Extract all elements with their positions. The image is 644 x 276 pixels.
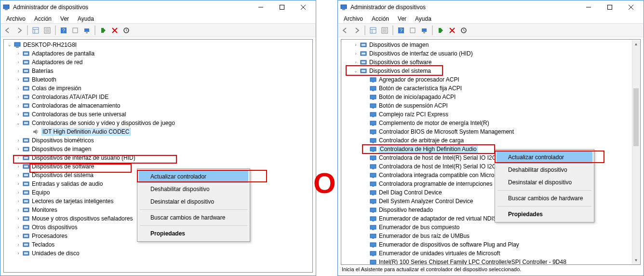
expand-icon[interactable]: ›: [14, 110, 22, 118]
tree-category[interactable]: ›Adaptadores de pantalla: [4, 49, 312, 58]
vertical-scrollbar[interactable]: ▲ ▼: [632, 40, 640, 264]
expand-icon[interactable]: ›: [352, 58, 360, 66]
properties-button[interactable]: [42, 25, 53, 36]
minimize-button[interactable]: [578, 0, 599, 14]
expand-icon[interactable]: ›: [14, 163, 22, 170]
tree-device[interactable]: Botón de suspensión ACPI: [341, 101, 640, 110]
context-menu-item[interactable]: Propiedades: [496, 208, 592, 221]
tree-device[interactable]: Controladora de High Definition Audio: [341, 145, 640, 153]
expand-icon[interactable]: ›: [14, 197, 22, 205]
forward-button[interactable]: [351, 25, 362, 36]
expand-icon[interactable]: ›: [14, 93, 22, 101]
context-menu-item[interactable]: Buscar cambios de hardware: [139, 211, 248, 224]
expand-icon[interactable]: ›: [14, 67, 22, 75]
close-button[interactable]: [293, 0, 314, 14]
forward-button[interactable]: [14, 25, 25, 36]
expand-icon[interactable]: ›: [14, 206, 22, 214]
menu-accion[interactable]: Acción: [368, 14, 393, 23]
show-hide-tree-button[interactable]: [30, 25, 41, 36]
menu-archivo[interactable]: Archivo: [2, 14, 29, 23]
expand-icon[interactable]: ›: [352, 41, 360, 49]
tree-device[interactable]: Controladora de host de Intel(R) Serial …: [341, 162, 640, 171]
expand-icon[interactable]: ›: [14, 84, 22, 92]
menu-accion[interactable]: Acción: [30, 14, 55, 23]
expand-icon[interactable]: ›: [14, 102, 22, 110]
tree-device[interactable]: Enumerador de adaptador de red virtual N…: [341, 214, 640, 223]
tree-device[interactable]: Agregador de procesador ACPI: [341, 75, 640, 84]
properties-button[interactable]: [379, 25, 390, 36]
update-button[interactable]: [121, 25, 132, 36]
context-menu-item[interactable]: Deshabilitar dispositivo: [496, 164, 592, 176]
expand-icon[interactable]: ›: [14, 171, 22, 179]
expand-icon[interactable]: ›: [14, 145, 22, 153]
context-menu-item[interactable]: Actualizar controlador: [496, 151, 592, 164]
update-button[interactable]: [458, 25, 469, 36]
tree-category[interactable]: ⌄Controladoras de sonido y vídeo y dispo…: [4, 119, 312, 127]
tree-category[interactable]: ›Adaptadores de red: [4, 58, 312, 67]
scroll-thumb[interactable]: [633, 88, 639, 146]
tree-device[interactable]: Dispositivo heredado: [341, 206, 640, 214]
tree-device[interactable]: IDT High Definition Audio CODEC: [4, 127, 312, 136]
tree-device[interactable]: Enumerador de bus raíz de UMBus: [341, 232, 640, 240]
context-menu-item[interactable]: Desinstalar el dispositivo: [496, 176, 592, 189]
expand-icon[interactable]: ›: [14, 249, 22, 257]
expand-icon[interactable]: ›: [14, 223, 22, 231]
tree-device[interactable]: Controladora programable de interrupcion…: [341, 179, 640, 188]
collapse-icon[interactable]: ⌄: [352, 67, 360, 75]
expand-icon[interactable]: ›: [14, 58, 22, 66]
expand-icon[interactable]: ›: [14, 137, 22, 144]
menu-ayuda[interactable]: Ayuda: [74, 14, 98, 23]
tree-category[interactable]: ›Unidades de disco: [4, 249, 312, 258]
scan-button[interactable]: [419, 25, 429, 36]
tree-category[interactable]: ›Dispositivos de software: [341, 58, 640, 67]
tree-device[interactable]: Complejo raíz PCI Express: [341, 110, 640, 119]
show-hide-tree-button[interactable]: [368, 25, 378, 36]
tree-category[interactable]: ›Colas de impresión: [4, 84, 312, 93]
context-menu-item[interactable]: Desinstalar el dispositivo: [139, 195, 248, 208]
tree-category[interactable]: ›Controladoras de almacenamiento: [4, 101, 312, 110]
disable-button[interactable]: [447, 25, 457, 36]
tree-device[interactable]: Complemento de motor de energía Intel(R): [341, 119, 640, 127]
enable-button[interactable]: [98, 25, 108, 36]
back-button[interactable]: [2, 25, 13, 36]
tree-device[interactable]: Controlador de arbitraje de carga: [341, 136, 640, 145]
menu-ver[interactable]: Ver: [394, 14, 410, 23]
scroll-up-button[interactable]: ▲: [632, 40, 640, 48]
titlebar[interactable]: Administrador de dispositivos: [338, 0, 644, 14]
tree-category[interactable]: ›Dispositivos de imagen: [4, 145, 312, 153]
tree-category[interactable]: ›Controladoras ATA/ATAPI IDE: [4, 93, 312, 101]
menu-ayuda[interactable]: Ayuda: [411, 14, 435, 23]
titlebar[interactable]: Administrador de dispositivos: [0, 0, 316, 14]
tree-device[interactable]: Enumerador de unidades virtuales de Micr…: [341, 249, 640, 258]
expand-icon[interactable]: ›: [14, 189, 22, 196]
export-button[interactable]: [70, 25, 80, 36]
menu-archivo[interactable]: Archivo: [340, 14, 367, 23]
expand-icon[interactable]: ›: [352, 50, 360, 57]
tree-device[interactable]: Dell Diag Control Device: [341, 188, 640, 197]
help-button[interactable]: ?: [396, 25, 406, 36]
expand-icon[interactable]: ›: [14, 76, 22, 83]
tree-category[interactable]: ⌄Dispositivos del sistema: [341, 67, 640, 75]
collapse-icon[interactable]: ⌄: [6, 41, 13, 49]
tree-category[interactable]: ›Dispositivos de interfaz de usuario (HI…: [341, 49, 640, 58]
expand-icon[interactable]: ›: [14, 241, 22, 248]
tree-device[interactable]: Controladora integrada compatible con Mi…: [341, 171, 640, 179]
tree-device[interactable]: Botón de característica fija ACPI: [341, 84, 640, 93]
tree-device[interactable]: Dell System Analyzer Control Device: [341, 197, 640, 206]
tree-category[interactable]: ›Dispositivos biométricos: [4, 136, 312, 145]
tree-device[interactable]: Intel(R) 100 Series Chipset Family LPC C…: [341, 258, 640, 265]
context-menu-item[interactable]: Deshabilitar dispositivo: [139, 183, 248, 195]
tree-category[interactable]: ›Controladoras de bus serie universal: [4, 110, 312, 119]
expand-icon[interactable]: ›: [14, 232, 22, 240]
expand-icon[interactable]: ›: [14, 215, 22, 222]
tree-category[interactable]: ›Baterías: [4, 67, 312, 75]
close-button[interactable]: [620, 0, 642, 14]
scroll-down-button[interactable]: ▼: [632, 256, 640, 264]
disable-button[interactable]: [109, 25, 120, 36]
device-tree[interactable]: ›Dispositivos de imagen›Dispositivos de …: [341, 39, 641, 265]
back-button[interactable]: [340, 25, 350, 36]
tree-device[interactable]: Enumerador de dispositivos de software P…: [341, 240, 640, 249]
scan-button[interactable]: [81, 25, 92, 36]
enable-button[interactable]: [435, 25, 446, 36]
context-menu-item[interactable]: Buscar cambios de hardware: [496, 192, 592, 205]
